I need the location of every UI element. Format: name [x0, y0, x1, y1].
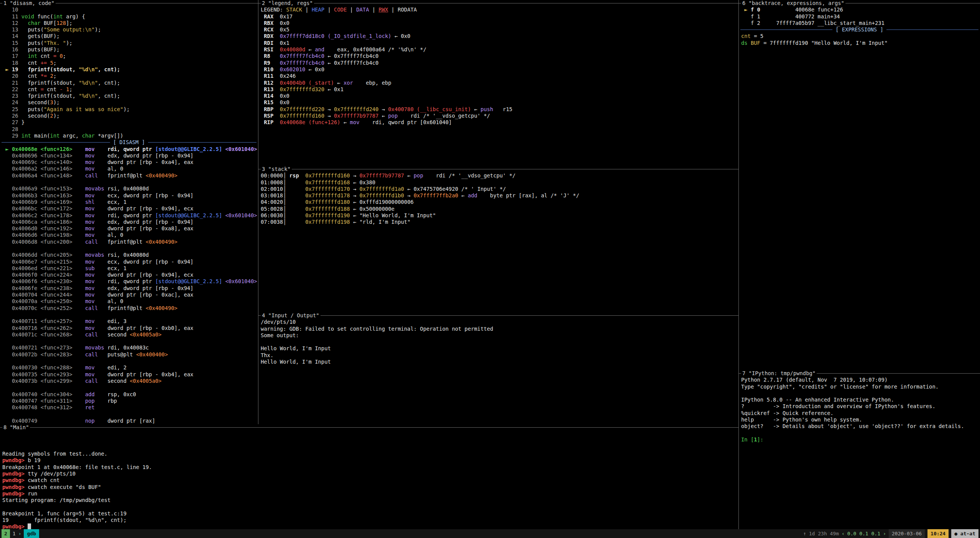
text-segment: 0x7ffff7ffb2a0	[414, 192, 458, 198]
text-segment	[72, 159, 85, 165]
pane-disasm-code[interactable]: 1 "disasm, code" 10 11 void func(int arg…	[0, 0, 258, 424]
text-segment: 23	[2, 93, 28, 99]
text-segment: __libc_start_main+231	[814, 20, 885, 26]
terminal-line: 0x40072b <func+283> call puts@plt <0x400…	[2, 351, 258, 358]
text-segment	[72, 305, 85, 311]
text-segment: +=	[41, 60, 47, 66]
terminal-line	[2, 358, 258, 364]
text-segment: ←	[324, 60, 334, 66]
pane-input-output[interactable]: 4 "Input / Output" /dev/pts/10warning: G…	[258, 312, 738, 424]
text-segment: 00:0000	[261, 172, 283, 179]
text-segment: second	[107, 378, 130, 384]
terminal-line	[261, 339, 738, 345]
text-segment	[95, 199, 107, 205]
text-segment: DATA	[356, 7, 369, 13]
text-segment: 0x40070c <func+252>	[2, 305, 72, 311]
text-segment: mov	[85, 364, 95, 371]
text-segment: );	[66, 40, 72, 46]
pane-legend-regs[interactable]: 2 "legend, regs" LEGEND: STACK | HEAP | …	[258, 0, 738, 166]
text-segment: mov	[85, 285, 95, 291]
text-segment: run	[28, 490, 37, 497]
terminal-line: Reading symbols from test...done.	[2, 451, 738, 457]
text-segment: );	[53, 99, 60, 105]
text-segment: call	[85, 351, 98, 358]
pane-backtrace-expressions[interactable]: 6 "backtrace, expressions, args" ► f 0 4…	[738, 0, 980, 370]
text-segment: RIP	[261, 119, 280, 125]
terminal-line: 0x4006b3 <func+163> mov ecx, dword ptr […	[2, 192, 258, 199]
text-segment: 0x400721 <func+273>	[2, 344, 72, 351]
text-segment	[72, 219, 85, 225]
text-segment	[741, 20, 751, 26]
text-segment: │	[283, 219, 305, 225]
terminal-line: 0x4006d0 <func+192> mov dword ptr [rbp -…	[2, 225, 258, 232]
text-segment	[47, 73, 50, 79]
text-segment: 0x400704 <func+244>	[2, 292, 72, 298]
text-segment: 0x4006ed <func+221>	[2, 265, 72, 271]
text-segment: 0x7ffff7fcb4c0	[280, 53, 324, 59]
text-segment: <0x601040>	[225, 278, 257, 284]
text-segment: ←	[334, 80, 344, 86]
text-segment: add	[468, 192, 477, 198]
terminal-line: f 2 7ffff7a05b97 __libc_start_main+231	[741, 20, 980, 26]
pane-stack[interactable]: 3 "stack" 00:0000│ rsp 0x7fffffffd160 → …	[258, 166, 738, 312]
expressions-listing: cnt = 5ds BUF = 7fffffffd190 "Hello Worl…	[739, 33, 980, 46]
text-segment: 0x7ffff7fcb4c0	[334, 60, 378, 66]
text-segment: R12	[261, 80, 280, 86]
text-segment: 0x0	[401, 33, 411, 39]
text-segment: 0x7ffff7b97787	[360, 172, 404, 179]
terminal-line: 14 gets(BUF);	[2, 33, 258, 39]
terminal-line: 0x4006ed <func+221> sub ecx, 1	[2, 265, 258, 272]
text-segment	[95, 318, 107, 324]
text-segment: puts@plt	[107, 351, 136, 358]
text-segment: 0x1	[280, 40, 289, 46]
expressions-section-label: [ EXPRESSIONS ]	[832, 26, 886, 33]
text-segment: puts(	[28, 106, 44, 112]
text-segment	[95, 404, 107, 410]
text-segment	[95, 325, 107, 331]
window-arrow-icon: ›	[18, 529, 21, 538]
text-segment	[95, 418, 107, 424]
text-segment: void	[21, 13, 34, 20]
text-segment: ret	[85, 404, 95, 410]
text-segment: R13	[261, 86, 280, 92]
terminal-line: RSI 0x40080d ← and eax, 0x4f000a64 /* '%…	[261, 46, 738, 53]
text-segment: 0x400780 (__libc_csu_init)	[388, 106, 471, 112]
text-segment	[95, 153, 107, 159]
session-badge[interactable]: 2	[2, 529, 10, 538]
terminal-line	[2, 438, 738, 444]
text-segment: dword ptr [rbp - 0xb4], eax	[107, 371, 193, 377]
text-segment: 0x0	[315, 66, 324, 72]
text-segment: ←	[391, 33, 401, 39]
terminal-line: LEGEND: STACK | HEAP | CODE | DATA | RWX…	[261, 7, 738, 13]
text-segment: |	[388, 7, 398, 13]
text-segment: rdi, qword ptr [0x601040]	[360, 119, 452, 125]
text-segment: ;	[69, 86, 72, 92]
text-segment: ];	[66, 20, 72, 26]
text-segment: 0x4006e7 <func+215>	[2, 259, 72, 265]
text-segment: 1	[754, 436, 757, 443]
text-segment	[72, 344, 85, 351]
text-segment: eax, 0x4f000a64	[324, 46, 388, 52]
uptime-text: 1d 23h 49m	[809, 529, 839, 538]
pane-ipython[interactable]: 7 "IPython: tmp/pwndbg" Python 2.7.17 (d…	[738, 370, 980, 529]
text-segment: fprintf(stdout,	[28, 66, 79, 72]
text-segment: 0x50000000e	[360, 206, 395, 212]
pane-main-gdb-console[interactable]: 8 "Main" Reading symbols from test...don…	[0, 424, 738, 529]
text-segment: 18	[2, 60, 28, 66]
text-segment	[72, 278, 85, 284]
text-segment: cnt	[44, 86, 60, 92]
terminal-line: 26 second(2);	[2, 113, 258, 119]
text-segment: 0x400716 <func+262>	[2, 325, 72, 331]
text-segment: ds	[741, 40, 748, 46]
text-segment: →	[404, 192, 414, 198]
window-name-gdb[interactable]: gdb	[24, 529, 39, 538]
text-segment	[72, 265, 85, 271]
text-segment: byte ptr [rax], al	[477, 192, 551, 198]
text-segment: mov	[85, 153, 95, 159]
terminal-line: 20 cnt *= 2;	[2, 73, 258, 79]
text-segment	[95, 232, 107, 238]
terminal-line: f 1 400772 main+34	[741, 13, 980, 20]
text-segment: 0x40068e <func+126>	[12, 146, 72, 152]
text-segment: 0x7ffff7fcb4c0	[334, 53, 378, 59]
terminal-line: 0x4006bc <func+172> mov dword ptr [rbp -…	[2, 205, 258, 212]
